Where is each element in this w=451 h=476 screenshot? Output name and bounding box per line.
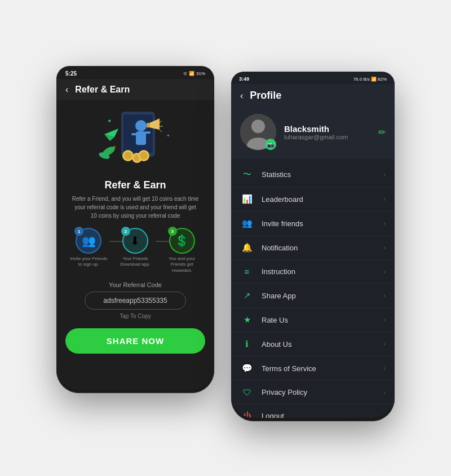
svg-point-25 [251,120,265,133]
screen-left: ‹ Refer & Earn [56,79,214,390]
arrow-notification: › [383,244,386,252]
status-bar-left: 5:25 ⊙ 📶 31% [56,66,214,79]
back-button-left[interactable]: ‹ [65,85,68,95]
status-bar-right: 3:49 76.0 B/s 📶 82% [231,72,395,84]
svg-rect-4 [131,133,137,135]
privacy-icon: 🛡 [240,387,254,397]
menu-label-terms: Terms of Service [262,364,383,373]
notification-icon: 🔔 [240,243,254,253]
invite-icon: 👥 [240,218,254,228]
leaderboard-icon: 📊 [240,194,254,204]
phone-left: 5:25 ⊙ 📶 31% ‹ Refer & Earn [56,66,214,393]
user-email: luharasgar@gmail.com [284,134,370,140]
menu-item-logout[interactable]: ⏻ Logout › [231,404,395,418]
share-now-button[interactable]: SHARE NOW [65,328,205,354]
menu-item-leaderboard[interactable]: 📊 Leaderboard › [231,187,395,211]
menu-item-invite[interactable]: 👥 Invite friends › [231,211,395,236]
step-circle-1: 1 👥 [76,228,101,254]
steps-row: 1 👥 Invite your Friends to sign up. 2 ⬇ … [65,228,205,274]
menu-label-share: Share App [262,292,383,300]
referral-label: Your Referral Code [109,281,162,288]
phones-container: 5:25 ⊙ 📶 31% ‹ Refer & Earn [56,55,395,421]
step-1: 1 👥 Invite your Friends to sign up. [69,228,108,268]
arrow-instruction: › [383,268,386,276]
step-label-1: Invite your Friends to sign up. [69,256,108,268]
menu-label-privacy: Privacy Policy [262,388,383,396]
svg-point-14 [124,152,132,160]
arrow-share: › [383,292,386,299]
step-number-3: 3 [168,227,177,236]
refer-title: Refer & Earn [104,179,166,191]
menu-label-invite: Invite friends [262,219,383,228]
refer-illustration: ✦ ✦ ✦ [93,106,178,174]
user-info: Blacksmith luharasgar@gmail.com [284,124,370,140]
menu-label-logout: Logout [262,412,383,418]
back-button-right[interactable]: ‹ [240,91,243,101]
arrow-leaderboard: › [383,195,386,203]
menu-item-share[interactable]: ↗ Share App › [231,284,395,308]
svg-line-8 [160,121,162,123]
menu-label-rate: Rate Us [262,316,383,324]
step-circle-2: 2 ⬇ [122,228,148,254]
referral-code: adsfreeapp53355335 [103,297,167,305]
svg-rect-5 [145,131,151,134]
refer-desc: Refer a Friend, and you will get 10 coin… [65,195,205,220]
statistics-icon: 〜 [240,169,254,180]
menu-item-privacy[interactable]: 🛡 Privacy Policy › [231,381,395,404]
time-left: 5:25 [65,70,77,77]
about-icon: ℹ [240,339,254,349]
profile-title: Profile [250,90,281,102]
svg-line-10 [160,130,162,132]
step-label-2: Your Friends Download app. [116,256,155,268]
menu-item-statistics[interactable]: 〜 Statistics › [231,162,395,187]
step-number-2: 2 [121,227,130,236]
svg-text:✦: ✦ [107,118,112,124]
menu-label-instruction: Instruction [262,267,383,276]
header-left: ‹ Refer & Earn [56,79,214,100]
menu-label-about: About Us [262,340,383,349]
profile-user-section: 📷 Blacksmith luharasgar@gmail.com ✏ [231,107,395,159]
arrow-about: › [383,340,386,348]
share-icon: ↗ [240,290,254,301]
avatar-wrap: 📷 [240,114,276,150]
tap-to-copy[interactable]: Tap To Copy [120,313,151,319]
time-right: 3:49 [239,76,249,82]
terms-icon: 💬 [240,363,254,373]
header-title-left: Refer & Earn [75,85,130,95]
menu-label-notification: Notification [262,244,383,252]
menu-label-statistics: Statistics [262,170,383,179]
arrow-statistics: › [383,171,386,179]
step-2: 2 ⬇ Your Friends Download app. [116,228,155,268]
user-name: Blacksmith [284,124,370,134]
svg-point-2 [135,120,147,131]
menu-item-notification[interactable]: 🔔 Notification › [231,236,395,260]
referral-code-box[interactable]: adsfreeapp53355335 [85,292,186,310]
menu-label-leaderboard: Leaderboard [262,195,383,204]
phone-right: 3:49 76.0 B/s 📶 82% ‹ Profile [231,72,395,421]
svg-rect-7 [147,123,150,127]
profile-header: ‹ Profile [231,84,395,107]
arrow-invite: › [383,219,386,227]
menu-item-terms[interactable]: 💬 Terms of Service › [231,356,395,381]
svg-rect-3 [136,131,146,145]
menu-item-instruction[interactable]: ≡ Instruction › [231,260,395,284]
step-label-3: You and your Friends get rewarded. [162,256,202,274]
menu-item-about[interactable]: ℹ About Us › [231,332,395,356]
svg-text:✦: ✦ [166,133,170,138]
screen-right: ‹ Profile 📷 [231,84,395,418]
svg-point-18 [140,152,148,160]
refer-content: ✦ ✦ ✦ Refer & Earn Refer a Friend, and y… [56,100,214,390]
camera-badge[interactable]: 📷 [265,139,276,150]
logout-icon: ⏻ [240,411,254,418]
arrow-logout: › [383,412,386,418]
instruction-icon: ≡ [240,267,254,276]
arrow-privacy: › [383,389,386,396]
arrow-rate: › [383,316,386,324]
menu-item-rate[interactable]: ★ Rate Us › [231,308,395,332]
step-3: 3 💲 You and your Friends get rewarded. [162,228,202,274]
arrow-terms: › [383,364,386,372]
step-circle-3: 3 💲 [169,228,195,254]
edit-icon[interactable]: ✏ [378,127,386,138]
menu-list: 〜 Statistics › 📊 Leaderboard › 👥 Invite … [231,159,395,418]
rate-icon: ★ [240,315,254,325]
